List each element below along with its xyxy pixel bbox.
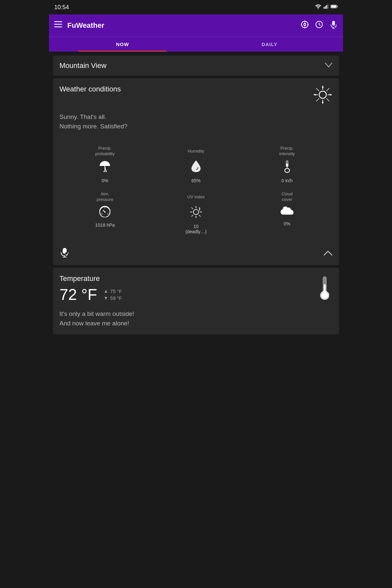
weather-description: Sunny. That's all.Nothing more. Satisfie…	[59, 112, 333, 131]
temperature-current: 72 °F	[59, 286, 97, 303]
svg-line-54	[191, 207, 193, 209]
stat-humidity-label: Humidity	[188, 145, 204, 157]
droplet-icon	[191, 160, 201, 175]
stat-humidity-value: 65%	[191, 178, 201, 183]
weather-card-footer	[59, 245, 333, 260]
microphone-icon[interactable]	[329, 20, 338, 31]
svg-marker-28	[322, 102, 324, 104]
stat-humidity: Humidity 65%	[151, 141, 242, 187]
svg-rect-40	[286, 160, 288, 164]
toolbar: FuWeather	[49, 14, 343, 37]
temperature-high: ▲ 75 °F	[104, 288, 122, 294]
battery-icon	[331, 4, 338, 10]
footer-mic-icon[interactable]	[59, 247, 70, 260]
stat-precip-intensity-value: 0 in/h	[282, 178, 293, 183]
svg-line-46	[107, 213, 108, 215]
svg-rect-1	[324, 7, 325, 8]
svg-rect-4	[328, 4, 329, 9]
temperature-card-header: Temperature 72 °F ▲ 75 °F ▼ 59 °F	[59, 274, 333, 304]
stat-uv-index-label: UV index	[188, 191, 205, 203]
status-time: 10:54	[54, 4, 69, 11]
pressure-icon	[98, 205, 111, 220]
svg-rect-3	[326, 5, 327, 8]
temperature-card-title: Temperature	[59, 274, 122, 283]
stat-cloud-cover: Cloudcover 0%	[241, 187, 333, 238]
svg-marker-30	[330, 94, 332, 96]
svg-point-22	[319, 91, 326, 98]
stat-precip-probability-label: Precip.probability	[95, 145, 115, 157]
location-card[interactable]: Mountain View	[53, 56, 339, 76]
svg-line-34	[326, 98, 329, 101]
stat-uv-index: UV index	[151, 187, 242, 238]
svg-point-60	[199, 210, 200, 211]
temperature-low: ▼ 59 °F	[104, 295, 122, 301]
svg-marker-29	[314, 94, 316, 96]
history-icon[interactable]	[315, 20, 323, 31]
weather-card-header: Weather conditions	[59, 85, 333, 105]
stat-precip-intensity-label: Precip.intensity	[279, 145, 295, 157]
app-title: FuWeather	[67, 21, 295, 30]
stat-atm-pressure: Atm.pressure 1018 hPa	[59, 187, 151, 238]
stat-atm-pressure-value: 1018 hPa	[95, 222, 115, 228]
svg-point-0	[318, 8, 319, 9]
status-icons	[315, 4, 338, 10]
svg-rect-6	[331, 5, 336, 8]
wifi-icon	[315, 4, 321, 10]
location-name: Mountain View	[59, 61, 106, 70]
svg-line-57	[199, 215, 201, 217]
location-chevron-icon[interactable]	[325, 61, 333, 70]
gauge-icon	[282, 160, 292, 175]
svg-marker-27	[322, 86, 324, 88]
svg-point-41	[285, 168, 289, 172]
svg-line-44	[102, 213, 102, 215]
umbrella-icon	[99, 160, 111, 175]
weather-card-title: Weather conditions	[59, 85, 121, 93]
stat-precip-probability: Precip.probability 0%	[59, 141, 151, 187]
svg-marker-38	[106, 171, 107, 173]
svg-point-12	[304, 24, 306, 25]
temperature-main-row: 72 °F ▲ 75 °F ▼ 59 °F	[59, 286, 122, 303]
sun-crosshair-icon	[313, 85, 333, 105]
svg-line-56	[191, 215, 193, 217]
stat-cloud-cover-label: Cloudcover	[282, 191, 293, 203]
svg-point-48	[104, 211, 106, 213]
uv-icon	[189, 205, 203, 221]
arrow-up-icon: ▲	[104, 288, 108, 294]
svg-line-31	[316, 88, 319, 91]
thermometer-icon	[317, 274, 333, 304]
svg-rect-69	[324, 284, 326, 296]
weather-card: Weather conditions	[53, 78, 339, 265]
svg-rect-18	[332, 21, 335, 25]
cloud-icon	[280, 205, 294, 219]
stat-uv-index-value: 10(deadly…)	[186, 224, 207, 234]
signal-icon	[323, 4, 329, 10]
collapse-icon[interactable]	[323, 250, 333, 258]
tab-now[interactable]: NOW	[49, 37, 196, 52]
tab-bar: NOW DAILY	[49, 37, 343, 52]
svg-rect-8	[54, 21, 62, 22]
stats-grid: Precip.probability 0% Humidity	[59, 141, 333, 238]
arrow-down-icon: ▼	[104, 295, 108, 301]
stat-atm-pressure-label: Atm.pressure	[97, 191, 113, 203]
temperature-hi-lo: ▲ 75 °F ▼ 59 °F	[104, 288, 122, 301]
svg-line-33	[316, 98, 319, 101]
svg-rect-7	[337, 6, 338, 8]
stat-cloud-cover-value: 0%	[284, 221, 290, 226]
menu-icon[interactable]	[54, 21, 62, 30]
stat-precip-probability-value: 0%	[102, 178, 108, 183]
svg-rect-9	[54, 24, 62, 25]
status-bar: 10:54	[49, 0, 343, 14]
svg-line-32	[326, 88, 329, 91]
svg-rect-2	[325, 6, 326, 9]
main-content: Mountain View Weather conditions	[49, 56, 343, 335]
stat-precip-intensity: Precip.intensity 0 in/h	[241, 141, 333, 187]
temperature-card-left: Temperature 72 °F ▲ 75 °F ▼ 59 °F	[59, 274, 122, 303]
tab-daily[interactable]: DAILY	[196, 37, 343, 52]
location-icon[interactable]	[301, 20, 309, 31]
temperature-description: It's only a bit warm outside!And now lea…	[59, 309, 333, 328]
svg-rect-10	[54, 26, 62, 27]
toolbar-actions	[301, 20, 338, 31]
temperature-card: Temperature 72 °F ▲ 75 °F ▼ 59 °F	[53, 268, 339, 335]
